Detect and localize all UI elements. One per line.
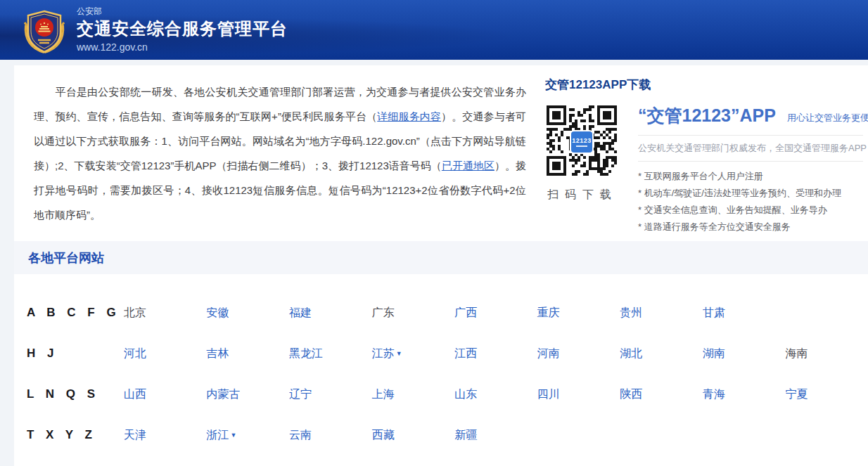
region-cell: 青海 bbox=[703, 387, 786, 402]
region-link-吉林[interactable]: 吉林 bbox=[207, 347, 229, 359]
ministry-label: 公安部 bbox=[77, 7, 288, 17]
intro-section: 平台是由公安部统一研发、各地公安机关交通管理部门部署运营，为交通参与者提供公安交… bbox=[14, 65, 868, 241]
region-link-贵州[interactable]: 贵州 bbox=[620, 306, 642, 318]
region-link-湖北[interactable]: 湖北 bbox=[620, 347, 642, 359]
region-link-内蒙古[interactable]: 内蒙古 bbox=[207, 388, 241, 400]
service-detail-link[interactable]: 详细服务内容 bbox=[377, 110, 441, 122]
region-link-海南[interactable]: 海南 bbox=[785, 347, 808, 359]
region-link-江西[interactable]: 江西 bbox=[454, 347, 477, 359]
region-link-广西[interactable]: 广西 bbox=[454, 306, 477, 318]
region-cell: 甘肃 bbox=[703, 306, 786, 321]
region-cell: 海南 bbox=[785, 347, 868, 361]
region-cell: 西藏 bbox=[372, 428, 455, 443]
region-link-云南[interactable]: 云南 bbox=[289, 429, 312, 441]
region-link-青海[interactable]: 青海 bbox=[703, 388, 725, 400]
region-link-山西[interactable]: 山西 bbox=[124, 388, 146, 400]
app-download-panel: 交管12123APP下载 12123 扫码下载 “交管12123”APP 用心让… bbox=[545, 79, 865, 241]
region-cell: 北京 bbox=[124, 306, 207, 321]
region-grid: A B C F G北京安徽福建广东广西重庆贵州甘肃H J河北吉林黑龙江江苏▼江西… bbox=[14, 274, 868, 455]
region-row: T X Y Z天津浙江▼云南西藏新疆 bbox=[27, 415, 868, 455]
region-link-新疆[interactable]: 新疆 bbox=[454, 429, 477, 441]
region-cell: 贵州 bbox=[620, 306, 703, 321]
region-link-西藏[interactable]: 西藏 bbox=[372, 429, 395, 441]
region-link-浙江[interactable]: 浙江▼ bbox=[207, 429, 237, 441]
region-cell: 吉林 bbox=[207, 347, 290, 361]
region-cell: 四川 bbox=[537, 387, 620, 402]
app-feature-item: * 道路通行服务等全方位交通安全服务 bbox=[638, 219, 863, 235]
region-link-河南[interactable]: 河南 bbox=[537, 347, 560, 359]
region-cell: 宁夏 bbox=[785, 387, 868, 402]
region-link-四川[interactable]: 四川 bbox=[537, 388, 560, 400]
region-cell: 内蒙古 bbox=[207, 387, 290, 402]
app-12123-logo-icon: 12123 bbox=[570, 130, 594, 154]
region-cell: 重庆 bbox=[537, 306, 620, 321]
region-link-天津[interactable]: 天津 bbox=[124, 429, 146, 441]
region-cell: 上海 bbox=[372, 387, 455, 402]
region-link-福建[interactable]: 福建 bbox=[289, 306, 312, 318]
app-feature-item: * 交通安全信息查询、业务告知提醒、业务导办 bbox=[638, 202, 863, 219]
region-link-湖南[interactable]: 湖南 bbox=[703, 347, 725, 359]
region-cell: 福建 bbox=[289, 306, 372, 321]
region-row: A B C F G北京安徽福建广东广西重庆贵州甘肃 bbox=[27, 292, 868, 333]
platform-intro-paragraph: 平台是由公安部统一研发、各地公安机关交通管理部门部署运营，为交通参与者提供公安交… bbox=[34, 79, 526, 241]
dropdown-caret-icon: ▼ bbox=[396, 350, 402, 357]
region-cell: 广东 bbox=[372, 306, 455, 321]
region-link-重庆[interactable]: 重庆 bbox=[537, 306, 560, 318]
region-cell: 湖南 bbox=[703, 347, 786, 361]
police-emblem-icon bbox=[21, 7, 68, 53]
region-letter-group: A B C F G bbox=[27, 306, 124, 320]
app-info-block: “交管12123”APP 用心让交管业务更便捷 公安机关交通管理部门权威发布，全… bbox=[638, 104, 863, 235]
site-url: www.122.gov.cn bbox=[77, 41, 288, 53]
region-cell: 山东 bbox=[454, 387, 537, 402]
site-title: 交通安全综合服务管理平台 bbox=[77, 19, 288, 39]
region-link-河北[interactable]: 河北 bbox=[124, 347, 146, 359]
region-cell: 浙江▼ bbox=[207, 428, 290, 443]
region-letter-group: L N Q S bbox=[27, 387, 124, 401]
region-cell: 黑龙江 bbox=[289, 347, 372, 361]
scan-to-download-label: 扫码下载 bbox=[545, 188, 620, 202]
app-publisher-line: 公安机关交通管理部门权威发布，全国交通管理服务APP bbox=[638, 135, 863, 162]
region-cell: 天津 bbox=[124, 428, 207, 443]
region-letter-group: T X Y Z bbox=[27, 428, 124, 442]
region-row: L N Q S山西内蒙古辽宁上海山东四川陕西青海宁夏 bbox=[27, 374, 868, 415]
region-cell: 江西 bbox=[454, 347, 537, 361]
region-link-陕西[interactable]: 陕西 bbox=[620, 388, 642, 400]
region-link-安徽[interactable]: 安徽 bbox=[207, 306, 229, 318]
site-header: 公安部 交通安全综合服务管理平台 www.122.gov.cn bbox=[0, 0, 868, 60]
region-letter-group: H J bbox=[27, 347, 124, 361]
region-cell: 山西 bbox=[124, 387, 207, 402]
region-cell: 辽宁 bbox=[289, 387, 372, 402]
region-cell: 湖北 bbox=[620, 347, 703, 361]
region-cell: 安徽 bbox=[207, 306, 290, 321]
region-cell: 河北 bbox=[124, 347, 207, 361]
app-name: “交管12123”APP bbox=[638, 104, 776, 127]
region-link-江苏[interactable]: 江苏▼ bbox=[372, 347, 402, 359]
app-download-title: 交管12123APP下载 bbox=[545, 77, 865, 93]
app-feature-item: * 机动车/驾驶证/违法处理等业务预约、受理和办理 bbox=[638, 185, 863, 202]
region-cell: 云南 bbox=[289, 428, 372, 443]
region-link-山东[interactable]: 山东 bbox=[454, 388, 477, 400]
region-link-宁夏[interactable]: 宁夏 bbox=[785, 388, 808, 400]
app-features: * 互联网服务平台个人用户注册* 机动车/驾驶证/违法处理等业务预约、受理和办理… bbox=[638, 168, 863, 235]
region-link-黑龙江[interactable]: 黑龙江 bbox=[289, 347, 323, 359]
regions-section-title: 各地平台网站 bbox=[28, 250, 104, 266]
region-row: H J河北吉林黑龙江江苏▼江西河南湖北湖南海南 bbox=[27, 333, 868, 374]
app-feature-item: * 互联网服务平台个人用户注册 bbox=[638, 168, 863, 185]
app-slogan: 用心让交管业务更便捷 bbox=[787, 112, 868, 124]
content-card: 平台是由公安部统一研发、各地公安机关交通管理部门部署运营，为交通参与者提供公安交… bbox=[14, 65, 868, 466]
app-qr-code: 12123 bbox=[545, 105, 618, 179]
regions-section-bar: 各地平台网站 bbox=[14, 241, 868, 274]
dropdown-caret-icon: ▼ bbox=[231, 432, 237, 439]
region-link-甘肃[interactable]: 甘肃 bbox=[703, 306, 725, 318]
region-cell: 陕西 bbox=[620, 387, 703, 402]
region-link-北京[interactable]: 北京 bbox=[124, 306, 146, 318]
region-cell: 广西 bbox=[454, 306, 537, 321]
region-cell: 江苏▼ bbox=[372, 347, 455, 361]
region-link-辽宁[interactable]: 辽宁 bbox=[289, 388, 312, 400]
region-cell: 新疆 bbox=[454, 428, 537, 443]
region-link-上海[interactable]: 上海 bbox=[372, 388, 395, 400]
opened-areas-link[interactable]: 已开通地区 bbox=[442, 160, 494, 171]
region-cell: 河南 bbox=[537, 347, 620, 361]
region-link-广东[interactable]: 广东 bbox=[372, 306, 395, 318]
